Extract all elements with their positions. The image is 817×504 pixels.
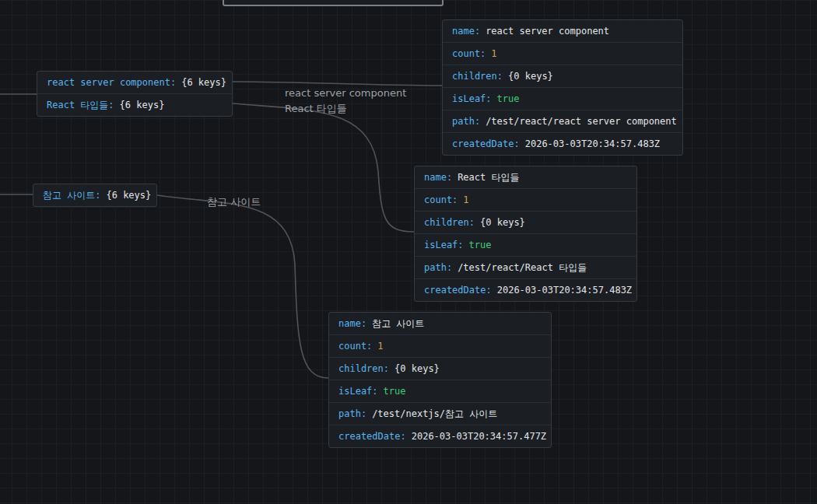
- row-value: 1: [377, 341, 383, 352]
- row-key: count:: [424, 194, 458, 205]
- node-row[interactable]: path:/test/nextjs/참고 사이트: [329, 402, 551, 425]
- row-key: path:: [424, 262, 452, 273]
- node-row[interactable]: path:/test/react/react server component: [443, 110, 682, 132]
- row-key: isLeaf:: [452, 93, 492, 104]
- row-key: path:: [452, 116, 480, 127]
- node-row[interactable]: isLeaf:true: [443, 87, 682, 110]
- node-row[interactable]: path:/test/react/React 타입들: [415, 256, 636, 278]
- row-key: react server component:: [47, 77, 176, 88]
- node-detail-reference-site[interactable]: name:참고 사이트 count:1 children:{0 keys} is…: [328, 312, 552, 448]
- row-value: 2026-03-03T20:34:57.483Z: [497, 285, 632, 296]
- edge-label-reference-site: 참고 사이트: [207, 195, 261, 209]
- node-row[interactable]: name:react server component: [443, 20, 682, 42]
- node-row[interactable]: name:React 타입들: [415, 166, 636, 188]
- node-reference-site-key[interactable]: 참고 사이트:{6 keys}: [33, 184, 157, 207]
- row-key: createdDate:: [338, 431, 406, 442]
- row-key: children:: [452, 71, 503, 82]
- edge-react-server-component: [233, 82, 442, 86]
- row-key: createdDate:: [452, 138, 520, 149]
- node-row[interactable]: children:{0 keys}: [415, 211, 636, 233]
- row-value: {6 keys}: [106, 190, 151, 201]
- row-key: name:: [338, 318, 366, 329]
- row-value: 1: [463, 194, 468, 205]
- row-value: /test/react/React 타입들: [458, 262, 587, 273]
- node-row[interactable]: createdDate:2026-03-03T20:34:57.483Z: [415, 278, 636, 301]
- row-value: true: [469, 240, 492, 250]
- row-key: isLeaf:: [338, 386, 378, 397]
- row-value: /test/nextjs/참고 사이트: [372, 408, 497, 419]
- row-value: {6 keys}: [120, 100, 165, 110]
- row-value: 2026-03-03T20:34:57.477Z: [412, 431, 546, 442]
- graph-canvas[interactable]: react server component:{6 keys} React 타입…: [0, 0, 817, 504]
- row-value: /test/react/react server component: [486, 116, 677, 127]
- row-value: {6 keys}: [181, 77, 226, 88]
- edge-label-react-types: React 타입들: [285, 102, 347, 116]
- node-row[interactable]: count:1: [443, 42, 682, 65]
- node-row[interactable]: isLeaf:true: [329, 380, 551, 402]
- node-row[interactable]: 참고 사이트:{6 keys}: [33, 184, 156, 206]
- row-value: {0 keys}: [394, 363, 440, 374]
- node-row[interactable]: react server component:{6 keys}: [37, 72, 232, 93]
- row-value: 2026-03-03T20:34:57.483Z: [525, 138, 660, 149]
- row-key: isLeaf:: [424, 240, 464, 250]
- node-row[interactable]: children:{0 keys}: [329, 357, 551, 380]
- row-key: createdDate:: [424, 285, 492, 296]
- node-cutoff-top[interactable]: [223, 0, 444, 6]
- row-value: 참고 사이트: [372, 318, 424, 329]
- row-key: name:: [424, 172, 452, 183]
- node-row[interactable]: name:참고 사이트: [329, 313, 551, 334]
- edge-react-types: [233, 103, 414, 232]
- node-row[interactable]: children:{0 keys}: [443, 65, 682, 87]
- node-row[interactable]: createdDate:2026-03-03T20:34:57.477Z: [329, 425, 551, 447]
- row-key: name:: [452, 26, 480, 37]
- row-value: true: [497, 93, 520, 104]
- row-key: path:: [338, 408, 366, 419]
- row-value: {0 keys}: [480, 217, 525, 228]
- row-key: children:: [338, 363, 389, 374]
- row-key: count:: [452, 48, 486, 59]
- row-key: React 타입들:: [47, 100, 114, 110]
- edge-label-react-server-component: react server component: [285, 87, 406, 99]
- row-key: children:: [424, 217, 475, 228]
- edge-reference-site: [157, 195, 328, 378]
- row-value: 1: [491, 48, 496, 59]
- row-value: react server component: [486, 26, 609, 37]
- row-key: 참고 사이트:: [43, 190, 100, 201]
- row-value: React 타입들: [458, 172, 519, 183]
- node-detail-react-server-component[interactable]: name:react server component count:1 chil…: [442, 19, 683, 156]
- node-react-keys[interactable]: react server component:{6 keys} React 타입…: [37, 71, 233, 117]
- node-row[interactable]: React 타입들:{6 keys}: [37, 93, 232, 116]
- node-row[interactable]: createdDate:2026-03-03T20:34:57.483Z: [443, 132, 682, 155]
- row-key: count:: [338, 341, 372, 352]
- node-row[interactable]: count:1: [415, 188, 636, 211]
- node-row[interactable]: count:1: [329, 334, 551, 357]
- node-row[interactable]: isLeaf:true: [415, 233, 636, 256]
- node-detail-react-types[interactable]: name:React 타입들 count:1 children:{0 keys}…: [414, 166, 637, 302]
- row-value: {0 keys}: [508, 71, 553, 82]
- row-value: true: [384, 386, 406, 397]
